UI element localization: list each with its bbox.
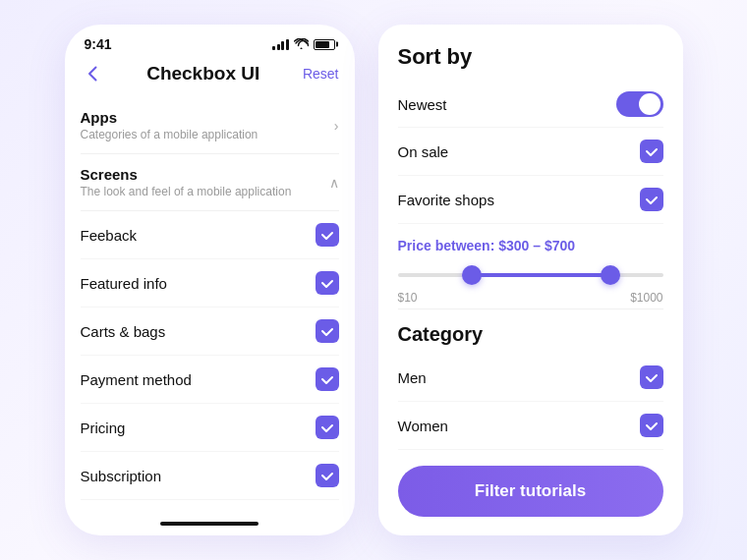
checkbox-item-label: Subscription [81, 468, 162, 484]
category-women-label: Women [398, 418, 448, 434]
phone-content: Apps Categories of a mobile application … [65, 97, 355, 522]
on-sale-row: On sale [398, 128, 663, 176]
accordion-screens-subtitle: The look and feel of a mobile applicatio… [81, 185, 292, 198]
checkbox-item-label: Featured info [81, 275, 167, 292]
price-section: Price between: $300 – $700 $10 $1000 [398, 224, 663, 309]
sort-newest-row: Newest [398, 82, 663, 128]
checkbox-item-box[interactable] [316, 367, 339, 391]
checkbox-item-box[interactable] [316, 464, 339, 487]
left-phone: 9:41 [65, 25, 355, 535]
price-range-labels: $10 $1000 [398, 291, 663, 305]
category-women-row: Women [398, 402, 663, 450]
price-slider[interactable] [398, 265, 663, 285]
checkbox-item-label: Pricing [81, 420, 126, 436]
accordion-apps-subtitle: Categories of a mobile application [81, 128, 259, 141]
signal-icon [272, 38, 289, 50]
on-sale-label: On sale [398, 143, 449, 160]
main-container: 9:41 [45, 5, 703, 555]
favorite-shops-checkbox[interactable] [640, 188, 663, 211]
right-panel: Sort by Newest On sale Favorite shops [378, 25, 683, 535]
phone-title: Checkbox UI [146, 63, 259, 84]
list-item: Carts & bags [81, 308, 339, 356]
favorite-shops-row: Favorite shops [398, 176, 663, 224]
slider-fill [472, 273, 609, 277]
back-button[interactable] [81, 62, 104, 85]
checkbox-item-box[interactable] [316, 271, 339, 295]
list-item: Pricing [81, 404, 339, 452]
chevron-up-icon: ∧ [329, 175, 339, 191]
accordion-apps-label: Apps [81, 109, 259, 126]
status-time: 9:41 [85, 36, 112, 52]
category-men-label: Men [398, 369, 427, 386]
list-item: Featured info [81, 259, 339, 308]
accordion-apps: Apps Categories of a mobile application … [81, 97, 339, 154]
accordion-screens-label: Screens [81, 166, 292, 183]
price-max-label: $1000 [630, 291, 662, 305]
list-item: Subscription [81, 452, 339, 500]
checkbox-list: FeebackFeatured infoCarts & bagsPayment … [81, 211, 339, 500]
slider-thumb-max[interactable] [601, 265, 620, 285]
chevron-down-icon: › [334, 118, 339, 134]
newest-toggle[interactable] [616, 91, 663, 117]
sort-newest-label: Newest [398, 96, 447, 113]
list-item: Feeback [81, 211, 339, 259]
filter-tutorials-button[interactable]: Filter tutorials [398, 466, 663, 517]
on-sale-checkbox[interactable] [640, 140, 663, 163]
wifi-icon [294, 38, 309, 51]
category-women-checkbox[interactable] [640, 414, 663, 437]
status-icons [272, 38, 335, 51]
category-section: Category Men Women [398, 309, 663, 450]
checkbox-item-box[interactable] [316, 319, 339, 343]
checkbox-item-box[interactable] [316, 223, 339, 247]
category-men-checkbox[interactable] [640, 365, 663, 389]
price-range-value: $300 – $700 [498, 238, 575, 253]
list-item: Payment method [81, 356, 339, 404]
checkbox-item-label: Payment method [81, 371, 192, 388]
home-indicator [160, 522, 259, 526]
reset-button[interactable]: Reset [303, 66, 339, 82]
checkbox-item-box[interactable] [316, 416, 339, 439]
toggle-knob [639, 93, 661, 115]
price-label-static: Price between: [398, 238, 495, 253]
checkbox-item-label: Carts & bags [81, 323, 166, 340]
price-min-label: $10 [398, 291, 418, 305]
battery-icon [314, 39, 335, 50]
category-men-row: Men [398, 354, 663, 402]
slider-thumb-min[interactable] [462, 265, 482, 285]
phone-header: Checkbox UI Reset [65, 58, 355, 97]
status-bar: 9:41 [65, 25, 355, 58]
favorite-shops-label: Favorite shops [398, 192, 494, 208]
sort-by-title: Sort by [398, 25, 663, 82]
price-label: Price between: $300 – $700 [398, 238, 663, 253]
checkbox-item-label: Feeback [81, 227, 138, 244]
accordion-screens: Screens The look and feel of a mobile ap… [81, 154, 339, 211]
category-title: Category [398, 323, 663, 346]
